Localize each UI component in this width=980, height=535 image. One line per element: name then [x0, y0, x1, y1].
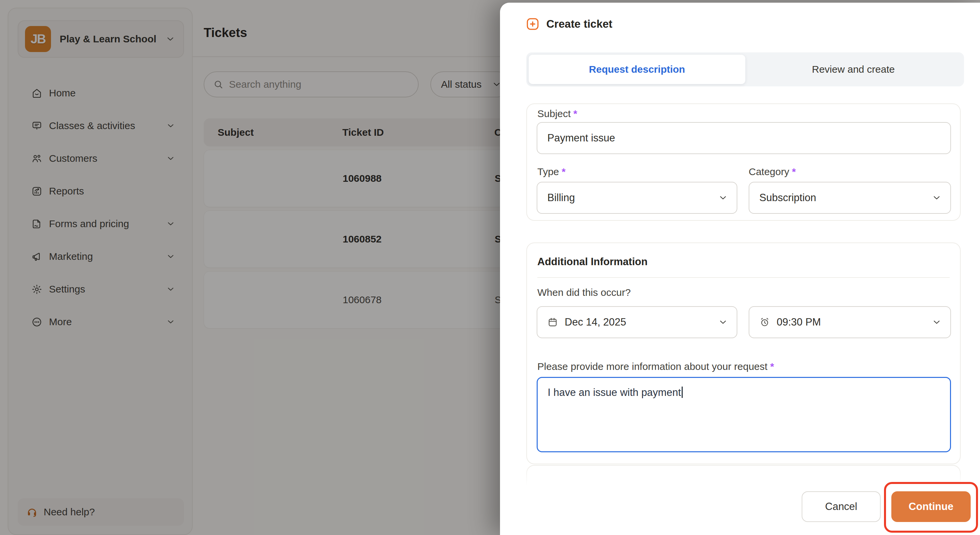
modal-header: Create ticket	[527, 18, 612, 30]
create-ticket-icon	[527, 18, 539, 30]
calendar-icon	[547, 317, 558, 327]
subject-value: Payment issue	[547, 132, 615, 144]
when-label: When did this occur?	[537, 287, 631, 298]
request-description-card: Subject* Payment issue Type* Billing Cat…	[527, 104, 961, 221]
required-asterisk: *	[573, 108, 578, 119]
subject-label: Subject*	[537, 108, 578, 120]
required-asterisk: *	[770, 361, 774, 372]
continue-button[interactable]: Continue	[891, 491, 970, 522]
time-select[interactable]: 09:30 PM	[749, 306, 951, 338]
category-select[interactable]: Subscription	[749, 182, 951, 214]
required-asterisk: *	[792, 166, 796, 177]
chevron-down-icon	[932, 317, 942, 327]
section-divider	[537, 277, 950, 278]
date-select[interactable]: Dec 14, 2025	[537, 306, 737, 338]
type-value: Billing	[547, 192, 575, 204]
app-root: JB Play & Learn School Home Classes & ac…	[0, 0, 980, 535]
category-value: Subscription	[759, 192, 816, 204]
details-value: I have an issue with payment	[548, 386, 681, 398]
tab-review-and-create[interactable]: Review and create	[745, 55, 962, 84]
text-cursor	[682, 386, 682, 398]
cancel-button[interactable]: Cancel	[802, 491, 881, 522]
chevron-down-icon	[932, 193, 942, 203]
category-label: Category*	[749, 166, 795, 177]
type-label: Type*	[537, 166, 566, 177]
subject-input[interactable]: Payment issue	[537, 122, 951, 154]
modal-footer: Cancel Continue	[500, 465, 980, 535]
section-title: Additional Information	[537, 256, 648, 268]
wizard-tabs: Request description Review and create	[527, 53, 964, 86]
tab-request-description[interactable]: Request description	[529, 55, 745, 84]
details-textarea[interactable]: I have an issue with payment	[537, 377, 951, 452]
alarm-clock-icon	[759, 317, 770, 327]
chevron-down-icon	[718, 193, 728, 203]
create-ticket-modal: Create ticket Request description Review…	[500, 3, 980, 535]
type-select[interactable]: Billing	[537, 182, 737, 214]
additional-information-card: Additional Information When did this occ…	[527, 243, 961, 464]
time-value: 09:30 PM	[777, 316, 821, 328]
required-asterisk: *	[562, 166, 566, 177]
details-label: Please provide more information about yo…	[537, 361, 774, 372]
modal-title: Create ticket	[546, 18, 612, 30]
chevron-down-icon	[718, 317, 728, 327]
date-value: Dec 14, 2025	[565, 316, 626, 328]
